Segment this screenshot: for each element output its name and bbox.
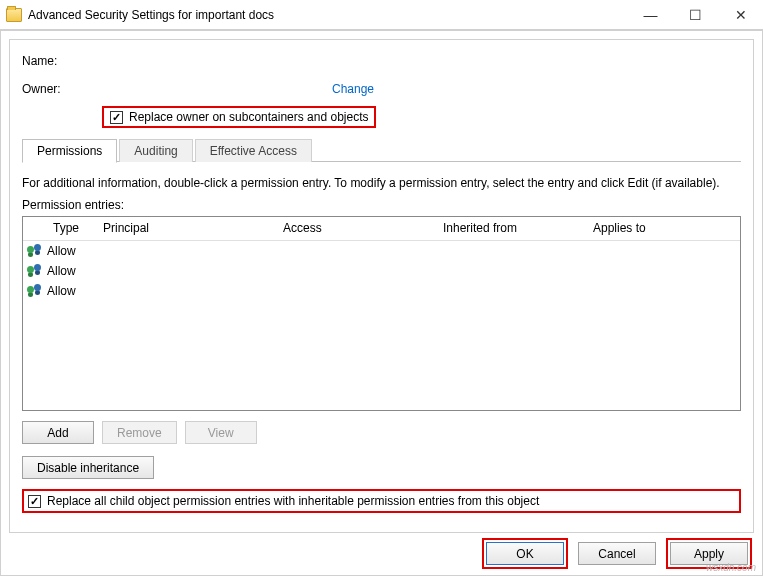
col-principal[interactable]: Principal xyxy=(97,217,277,240)
table-row[interactable]: Allow xyxy=(23,261,740,281)
col-inherited[interactable]: Inherited from xyxy=(437,217,587,240)
replace-child-checkbox[interactable] xyxy=(28,495,41,508)
replace-owner-checkbox[interactable] xyxy=(110,111,123,124)
disable-inheritance-row: Disable inheritance xyxy=(22,456,741,479)
replace-child-label: Replace all child object permission entr… xyxy=(47,494,539,508)
ok-highlight: OK xyxy=(482,538,568,569)
col-access[interactable]: Access xyxy=(277,217,437,240)
col-applies[interactable]: Applies to xyxy=(587,217,740,240)
remove-button: Remove xyxy=(102,421,177,444)
cancel-button[interactable]: Cancel xyxy=(578,542,656,565)
name-row: Name: xyxy=(22,50,741,72)
replace-owner-highlight: Replace owner on subcontainers and objec… xyxy=(102,106,741,128)
minimize-button[interactable]: — xyxy=(628,0,673,29)
tab-effective-access[interactable]: Effective Access xyxy=(195,139,312,162)
disable-inheritance-button[interactable]: Disable inheritance xyxy=(22,456,154,479)
col-type[interactable]: Type xyxy=(47,217,97,240)
grid-body: Allow Allow Allow xyxy=(23,241,740,410)
table-row[interactable]: Allow xyxy=(23,281,740,301)
add-button[interactable]: Add xyxy=(22,421,94,444)
dialog-frame: Name: Owner: Change Replace owner on sub… xyxy=(0,30,763,576)
tab-auditing[interactable]: Auditing xyxy=(119,139,192,162)
view-button: View xyxy=(185,421,257,444)
maximize-button[interactable]: ☐ xyxy=(673,0,718,29)
dialog-body: Name: Owner: Change Replace owner on sub… xyxy=(9,39,754,533)
change-owner-link[interactable]: Change xyxy=(332,82,374,96)
grid-header: Type Principal Access Inherited from App… xyxy=(23,217,740,241)
watermark: wsxdn.com xyxy=(706,562,756,573)
window-title: Advanced Security Settings for important… xyxy=(28,8,628,22)
folder-icon xyxy=(6,8,22,22)
replace-owner-label: Replace owner on subcontainers and objec… xyxy=(129,110,368,124)
tab-permissions[interactable]: Permissions xyxy=(22,139,117,163)
permission-grid[interactable]: Type Principal Access Inherited from App… xyxy=(22,216,741,411)
users-icon xyxy=(27,284,43,298)
table-row[interactable]: Allow xyxy=(23,241,740,261)
ok-button[interactable]: OK xyxy=(486,542,564,565)
grid-buttons: Add Remove View xyxy=(22,421,741,444)
owner-row: Owner: Change xyxy=(22,78,741,100)
entries-label: Permission entries: xyxy=(22,198,741,212)
owner-label: Owner: xyxy=(22,82,102,96)
tabs: Permissions Auditing Effective Access xyxy=(22,138,741,162)
window-controls: — ☐ ✕ xyxy=(628,0,763,29)
name-label: Name: xyxy=(22,54,102,68)
replace-child-highlight: Replace all child object permission entr… xyxy=(22,489,741,513)
info-text: For additional information, double-click… xyxy=(22,176,741,190)
close-button[interactable]: ✕ xyxy=(718,0,763,29)
users-icon xyxy=(27,244,43,258)
users-icon xyxy=(27,264,43,278)
titlebar: Advanced Security Settings for important… xyxy=(0,0,763,30)
